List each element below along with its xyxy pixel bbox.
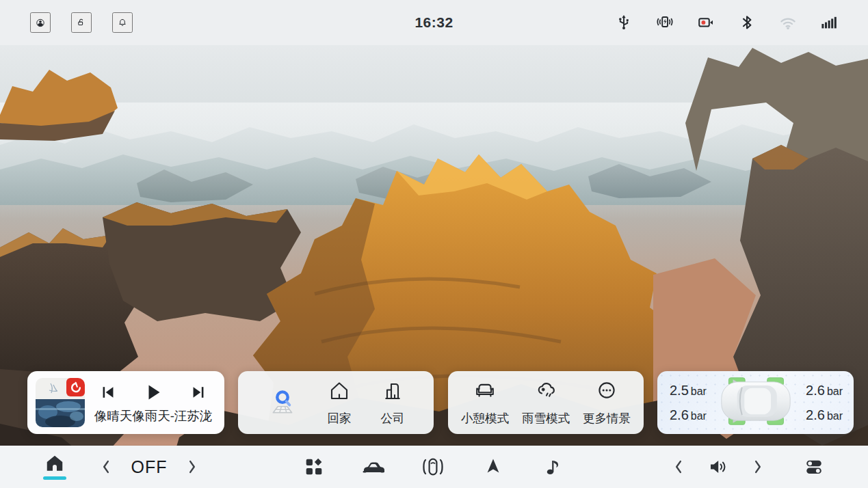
sofa-icon xyxy=(473,379,497,406)
nav-company-button[interactable]: 公司 xyxy=(380,379,405,426)
car-top-view-icon xyxy=(711,373,801,432)
next-track-icon[interactable] xyxy=(188,382,209,403)
song-title: 像晴天像雨天-汪苏泷 xyxy=(94,407,213,424)
rain-snow-icon xyxy=(534,379,558,406)
wireless-charging-icon xyxy=(655,12,675,33)
nav-company-label: 公司 xyxy=(381,410,405,426)
map-search-button[interactable] xyxy=(267,388,298,417)
media-controls xyxy=(98,381,209,404)
quick-controls-icon[interactable] xyxy=(801,455,827,479)
status-bar-right xyxy=(614,0,839,45)
media-widget: 像晴天像雨天-汪苏泷 xyxy=(27,371,224,434)
status-bar: 16:32 xyxy=(0,0,868,45)
climate-prev-button[interactable] xyxy=(98,455,114,478)
nap-mode-label: 小憩模式 xyxy=(461,410,509,426)
navigation-widget: 回家 公司 xyxy=(238,371,434,434)
play-icon[interactable] xyxy=(142,381,165,404)
tire-pressure-rear-right: 2.6bar xyxy=(806,408,843,422)
rain-snow-mode-button[interactable]: 雨雪模式 xyxy=(522,379,570,426)
climate-next-button[interactable] xyxy=(184,455,200,478)
dock: OFF xyxy=(0,446,868,488)
volume-up-button[interactable] xyxy=(750,455,766,478)
parking-sensors-icon[interactable] xyxy=(418,454,448,480)
vehicle-icon[interactable] xyxy=(359,455,388,479)
tire-pressure-front-right: 2.6bar xyxy=(806,383,843,397)
rain-snow-mode-label: 雨雪模式 xyxy=(522,410,570,426)
more-scenes-label: 更多情景 xyxy=(583,410,631,426)
home-icon xyxy=(44,454,65,474)
previous-track-icon[interactable] xyxy=(98,382,118,403)
volume-down-button[interactable] xyxy=(670,455,687,478)
nap-mode-button[interactable]: 小憩模式 xyxy=(461,379,509,426)
navigation-arrow-icon[interactable] xyxy=(481,455,505,479)
netease-music-icon xyxy=(66,378,85,396)
app-grid-icon[interactable] xyxy=(302,455,326,479)
tire-pressure-rear-left: 2.6bar xyxy=(670,408,707,422)
recording-icon xyxy=(696,12,716,33)
volume-icon[interactable] xyxy=(705,455,731,479)
active-tab-indicator xyxy=(43,476,66,480)
nav-home-button[interactable]: 回家 xyxy=(327,379,352,426)
album-art[interactable] xyxy=(36,378,85,427)
nav-home-label: 回家 xyxy=(328,410,352,426)
home-tab[interactable] xyxy=(43,454,66,480)
more-ellipsis-icon xyxy=(594,379,619,406)
climate-state[interactable]: OFF xyxy=(129,455,170,480)
music-note-icon[interactable] xyxy=(541,455,564,479)
signal-strength-icon xyxy=(819,12,839,33)
wifi-icon xyxy=(778,12,798,33)
office-building-icon xyxy=(380,379,405,406)
usb-icon xyxy=(614,12,634,33)
bluetooth-icon xyxy=(737,12,757,33)
tire-pressure-widget[interactable]: 2.5bar 2.6bar 2.6bar 2.6bar xyxy=(657,371,854,434)
car-infotainment-home: 16:32 xyxy=(0,0,868,488)
scene-modes-widget: 小憩模式 雨雪模式 xyxy=(448,371,644,434)
media-info: 像晴天像雨天-汪苏泷 xyxy=(90,381,216,424)
tire-pressure-front-left: 2.5bar xyxy=(670,383,707,397)
more-scenes-button[interactable]: 更多情景 xyxy=(583,379,631,426)
house-icon xyxy=(327,379,352,406)
